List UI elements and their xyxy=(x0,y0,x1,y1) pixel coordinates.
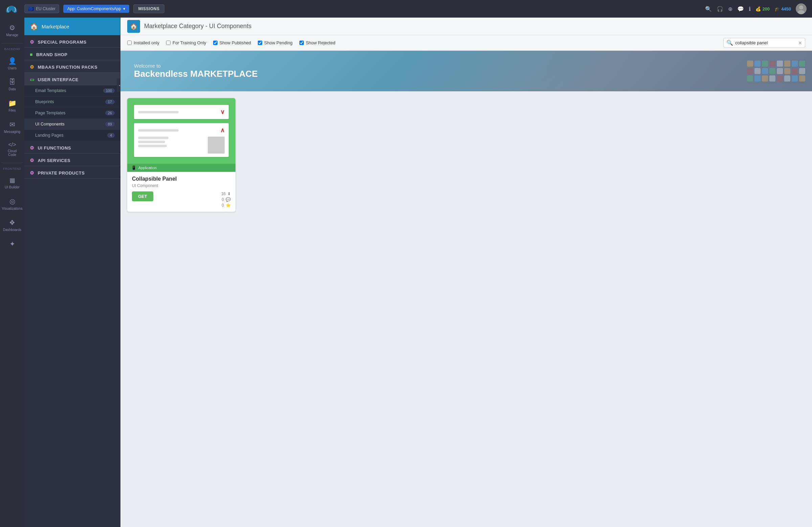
show-published-filter[interactable]: Show Published xyxy=(213,40,251,45)
api-services-icon: ⚙ xyxy=(30,158,34,163)
card-info: Collapsible Panel UI Component GET 16 ⬇ … xyxy=(127,172,235,212)
nav-section-api-services[interactable]: ⚙ API SERVICES xyxy=(24,153,120,166)
nav-section-ui-functions[interactable]: ⚙ UI FUNCTIONS xyxy=(24,141,120,153)
dot xyxy=(769,68,775,74)
nav-section-mbaas[interactable]: ⚙ MBAAS FUNCTION PACKS xyxy=(24,60,120,73)
show-published-label: Show Published xyxy=(220,40,251,45)
nav-sub-page-templates[interactable]: Page Templates 26 xyxy=(24,107,120,119)
show-rejected-filter[interactable]: Show Rejected xyxy=(300,40,335,45)
sidebar-item-dashboards[interactable]: ❖ Dashboards xyxy=(1,215,23,235)
search-icon[interactable]: 🔍 xyxy=(705,6,712,12)
chevron-down-icon: ∨ xyxy=(220,108,224,116)
nav-section-user-interface[interactable]: ▭ USER INTERFACE xyxy=(24,73,120,85)
search-input[interactable] xyxy=(735,40,796,45)
comments-count: 0 xyxy=(222,197,224,202)
sidebar-item-data[interactable]: 🗄 Data xyxy=(1,75,23,94)
coins-value: 200 xyxy=(762,6,770,12)
landing-pages-count: 4 xyxy=(107,133,115,138)
product-card-collapsible-panel[interactable]: ∨ ∧ xyxy=(127,98,235,212)
page-title: Marketplace Category - UI Components xyxy=(144,23,251,30)
user-avatar[interactable] xyxy=(796,3,807,14)
logo[interactable] xyxy=(5,4,18,14)
email-templates-label: Email Templates xyxy=(35,88,66,93)
nav-sub-email-templates[interactable]: Email Templates 100 xyxy=(24,85,120,97)
dot xyxy=(799,61,805,67)
home-button[interactable]: 🏠 xyxy=(127,20,140,33)
nav-sub-ui-components[interactable]: UI Components 89 xyxy=(24,119,120,130)
files-label: Files xyxy=(9,108,16,112)
app-selector[interactable]: App: CustomComponentsApp ▾ xyxy=(63,5,129,13)
search-clear-icon[interactable]: ✕ xyxy=(798,40,802,46)
show-pending-checkbox[interactable] xyxy=(258,41,262,45)
app-label: App: CustomComponentsApp xyxy=(67,6,121,11)
sidebar-item-integrations[interactable]: ✦ xyxy=(1,236,23,251)
sidebar-item-messaging[interactable]: ✉ Messaging xyxy=(1,117,23,137)
installed-only-checkbox[interactable] xyxy=(127,41,132,45)
get-button[interactable]: GET xyxy=(132,191,153,201)
card-label-bar: 📱 Application xyxy=(127,164,235,172)
files-icon: 📁 xyxy=(8,99,17,107)
missions-button[interactable]: MISSIONS xyxy=(133,4,165,13)
ui-functions-icon: ⚙ xyxy=(30,145,34,150)
sidebar-item-users[interactable]: 👤 Users xyxy=(1,54,23,73)
sidebar-item-manage[interactable]: ⚙ Manage xyxy=(1,20,23,40)
cluster-label: EU Cluster xyxy=(36,6,56,11)
show-pending-filter[interactable]: Show Pending xyxy=(258,40,293,45)
banner-welcome: Welcome to xyxy=(134,63,258,69)
dot xyxy=(792,61,798,67)
dot xyxy=(784,68,791,74)
sidebar-item-cloud-code[interactable]: </> Cloud Code xyxy=(1,138,23,160)
nav-section-brand-shop[interactable]: ■ BRAND SHOP xyxy=(24,48,120,60)
dot xyxy=(799,68,805,74)
application-icon: 📱 xyxy=(131,165,136,170)
show-pending-label: Show Pending xyxy=(264,40,293,45)
dot xyxy=(754,75,760,82)
mockup-header-lines xyxy=(138,129,220,132)
installed-only-label: Installed only xyxy=(134,40,159,45)
info-icon[interactable]: ℹ xyxy=(749,6,751,12)
sidebar-divider-2 xyxy=(1,163,23,163)
comment-icon[interactable]: 💬 xyxy=(737,6,744,12)
users-icon: 👤 xyxy=(8,57,17,65)
card-subtitle: UI Component xyxy=(132,183,231,188)
dot xyxy=(784,61,791,67)
dot xyxy=(784,75,791,82)
sidebar-item-files[interactable]: 📁 Files xyxy=(1,96,23,116)
cluster-selector[interactable]: 🇪🇺 EU Cluster xyxy=(24,4,59,13)
dot xyxy=(777,75,783,82)
show-rejected-checkbox[interactable] xyxy=(300,41,304,45)
chevron-down-icon: ▾ xyxy=(123,6,125,11)
marketplace-banner: Welcome to Backendless MARKETPLACE xyxy=(120,51,812,91)
messaging-icon: ✉ xyxy=(10,120,15,129)
sidebar-item-ui-builder[interactable]: ▦ UI Builder xyxy=(1,173,23,192)
dot xyxy=(762,68,768,74)
downloads-count: 16 xyxy=(221,191,226,196)
eu-flag-icon: 🇪🇺 xyxy=(28,6,34,12)
mockup-body xyxy=(138,137,224,153)
left-nav-panel: 🏠 Marketplace ⚙ SPECIAL PROGRAMS ■ BRAND… xyxy=(24,18,120,527)
sidebar-item-visualizations[interactable]: ◎ Visualizations xyxy=(1,194,23,214)
plus-circle-icon[interactable]: ⊕ xyxy=(728,6,733,12)
headset-icon[interactable]: 🎧 xyxy=(716,6,723,12)
for-training-filter[interactable]: For Training Only xyxy=(166,40,206,45)
integrations-icon: ✦ xyxy=(10,240,15,248)
dot xyxy=(762,75,768,82)
nav-section-special-programs[interactable]: ⚙ SPECIAL PROGRAMS xyxy=(24,35,120,48)
card-preview: ∨ ∧ xyxy=(127,98,235,164)
installed-only-filter[interactable]: Installed only xyxy=(127,40,159,45)
api-services-label: API SERVICES xyxy=(38,158,71,163)
dot xyxy=(769,61,775,67)
show-published-checkbox[interactable] xyxy=(213,41,218,45)
nav-sub-blueprints[interactable]: Blueprints 17 xyxy=(24,97,120,107)
mockup-header-row: ∧ xyxy=(138,127,224,134)
user-interface-submenu: Email Templates 100 Blueprints 17 Page T… xyxy=(24,85,120,141)
home-icon: 🏠 xyxy=(30,22,38,30)
download-icon: ⬇ xyxy=(227,191,231,196)
for-training-checkbox[interactable] xyxy=(166,41,171,45)
nav-collapse-arrow[interactable]: ◀ xyxy=(117,78,120,92)
nav-sub-landing-pages[interactable]: Landing Pages 4 xyxy=(24,130,120,141)
dot xyxy=(769,75,775,82)
mockup-line xyxy=(138,129,179,132)
mockup-thumbnail xyxy=(208,137,224,153)
nav-section-private-products[interactable]: ⚙ PRIVATE PRODUCTS xyxy=(24,166,120,179)
